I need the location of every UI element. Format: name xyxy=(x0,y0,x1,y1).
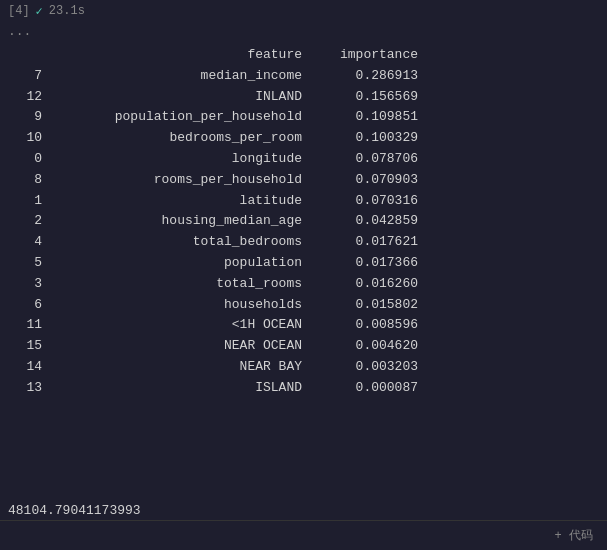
row-importance: 0.109851 xyxy=(318,107,418,128)
cell-timing: 23.1s xyxy=(49,4,85,18)
row-importance: 0.004620 xyxy=(318,336,418,357)
col-feature-header: feature xyxy=(58,45,318,66)
row-importance: 0.017366 xyxy=(318,253,418,274)
footer-value: 48104.79041173993 xyxy=(0,501,607,520)
row-index: 12 xyxy=(8,87,58,108)
table-row: 0longitude0.078706 xyxy=(0,149,607,170)
row-feature: NEAR OCEAN xyxy=(58,336,318,357)
table-row: 14NEAR BAY0.003203 xyxy=(0,357,607,378)
notebook-cell: [4] ✓ 23.1s ... feature importance 7medi… xyxy=(0,0,607,550)
row-importance: 0.016260 xyxy=(318,274,418,295)
table-row: 8rooms_per_household0.070903 xyxy=(0,170,607,191)
table-row: 13ISLAND0.000087 xyxy=(0,378,607,399)
table-row: 6households0.015802 xyxy=(0,295,607,316)
row-importance: 0.000087 xyxy=(318,378,418,399)
output-area: feature importance 7median_income0.28691… xyxy=(0,41,607,501)
data-table: feature importance 7median_income0.28691… xyxy=(0,45,607,399)
row-feature: households xyxy=(58,295,318,316)
row-index: 3 xyxy=(8,274,58,295)
row-importance: 0.042859 xyxy=(318,211,418,232)
row-feature: rooms_per_household xyxy=(58,170,318,191)
row-index: 5 xyxy=(8,253,58,274)
table-row: 2housing_median_age0.042859 xyxy=(0,211,607,232)
row-feature: population_per_household xyxy=(58,107,318,128)
col-index-header xyxy=(8,45,58,66)
row-feature: bedrooms_per_room xyxy=(58,128,318,149)
row-index: 10 xyxy=(8,128,58,149)
row-index: 13 xyxy=(8,378,58,399)
row-importance: 0.100329 xyxy=(318,128,418,149)
table-header-row: feature importance xyxy=(0,45,607,66)
row-importance: 0.003203 xyxy=(318,357,418,378)
table-row: 7median_income0.286913 xyxy=(0,66,607,87)
row-importance: 0.078706 xyxy=(318,149,418,170)
row-feature: NEAR BAY xyxy=(58,357,318,378)
row-index: 1 xyxy=(8,191,58,212)
row-importance: 0.070316 xyxy=(318,191,418,212)
row-index: 2 xyxy=(8,211,58,232)
row-index: 0 xyxy=(8,149,58,170)
table-row: 3total_rooms0.016260 xyxy=(0,274,607,295)
table-row: 11<1H OCEAN0.008596 xyxy=(0,315,607,336)
row-index: 15 xyxy=(8,336,58,357)
add-code-button[interactable]: + 代码 xyxy=(549,525,599,546)
row-feature: median_income xyxy=(58,66,318,87)
row-index: 14 xyxy=(8,357,58,378)
row-index: 7 xyxy=(8,66,58,87)
row-importance: 0.070903 xyxy=(318,170,418,191)
table-row: 12INLAND0.156569 xyxy=(0,87,607,108)
row-importance: 0.015802 xyxy=(318,295,418,316)
row-index: 8 xyxy=(8,170,58,191)
row-feature: INLAND xyxy=(58,87,318,108)
col-importance-header: importance xyxy=(318,45,418,66)
row-feature: housing_median_age xyxy=(58,211,318,232)
row-index: 4 xyxy=(8,232,58,253)
row-feature: latitude xyxy=(58,191,318,212)
table-row: 1latitude0.070316 xyxy=(0,191,607,212)
table-row: 5population0.017366 xyxy=(0,253,607,274)
row-importance: 0.017621 xyxy=(318,232,418,253)
row-importance: 0.286913 xyxy=(318,66,418,87)
row-importance: 0.008596 xyxy=(318,315,418,336)
row-index: 6 xyxy=(8,295,58,316)
row-index: 11 xyxy=(8,315,58,336)
row-feature: <1H OCEAN xyxy=(58,315,318,336)
row-feature: longitude xyxy=(58,149,318,170)
row-feature: ISLAND xyxy=(58,378,318,399)
table-row: 10bedrooms_per_room0.100329 xyxy=(0,128,607,149)
table-row: 4total_bedrooms0.017621 xyxy=(0,232,607,253)
cell-ellipsis: ... xyxy=(0,22,607,41)
row-feature: total_rooms xyxy=(58,274,318,295)
row-importance: 0.156569 xyxy=(318,87,418,108)
row-feature: population xyxy=(58,253,318,274)
cell-header: [4] ✓ 23.1s xyxy=(0,0,607,22)
cell-number: [4] xyxy=(8,4,30,18)
row-index: 9 xyxy=(8,107,58,128)
bottom-bar: + 代码 xyxy=(0,520,607,550)
table-row: 15NEAR OCEAN0.004620 xyxy=(0,336,607,357)
table-row: 9population_per_household0.109851 xyxy=(0,107,607,128)
row-feature: total_bedrooms xyxy=(58,232,318,253)
check-icon: ✓ xyxy=(36,4,43,19)
